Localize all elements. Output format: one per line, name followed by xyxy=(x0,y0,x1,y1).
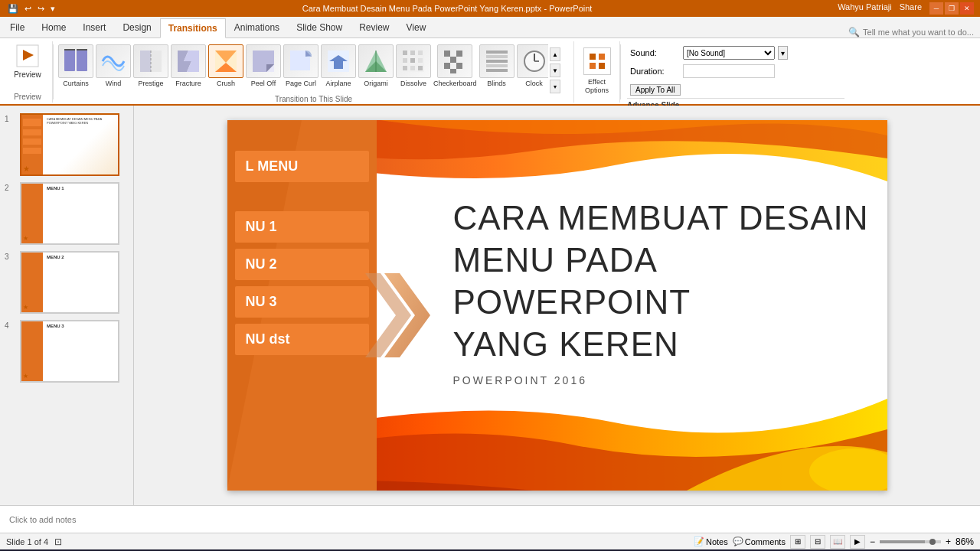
tab-transitions[interactable]: Transitions xyxy=(160,18,226,38)
slide-thumb-2[interactable]: 2 MENU 1 ★ xyxy=(3,181,130,246)
transition-dissolve[interactable]: Dissolve xyxy=(396,44,431,87)
zoom-out-btn[interactable]: − xyxy=(870,536,875,547)
reading-view-btn[interactable]: 📖 xyxy=(830,535,845,549)
notes-input[interactable] xyxy=(9,515,971,524)
tab-file[interactable]: File xyxy=(2,18,33,37)
sound-dropdown-btn[interactable]: ▾ xyxy=(778,46,788,60)
svg-rect-33 xyxy=(444,63,450,69)
slide-img-3[interactable]: MENU 2 ★ xyxy=(20,251,119,314)
tell-me-bar[interactable]: 🔍 Tell me what you want to do... xyxy=(848,27,980,37)
chevron-decoration xyxy=(358,266,442,367)
slide-img-4[interactable]: MENU 3 ★ xyxy=(20,320,119,383)
svg-rect-7 xyxy=(140,51,151,72)
duration-input[interactable] xyxy=(683,64,775,78)
transition-blinds[interactable]: Blinds xyxy=(479,44,514,87)
zoom-in-btn[interactable]: + xyxy=(946,536,951,547)
checkerboard-label: Checkerboard xyxy=(433,80,477,87)
comments-button[interactable]: 💬 Comments xyxy=(733,536,786,546)
transition-airplane[interactable]: Airplane xyxy=(321,44,356,87)
transition-prestige[interactable]: Prestige xyxy=(133,44,168,87)
quick-access-toolbar[interactable]: 💾 ↩ ↪ ▾ xyxy=(6,4,57,14)
tab-view[interactable]: View xyxy=(398,18,435,37)
zoom-handle[interactable] xyxy=(929,539,936,545)
slide-thumb-3[interactable]: 3 MENU 2 ★ xyxy=(3,249,130,315)
transition-checkerboard[interactable]: Checkerboard xyxy=(433,44,477,87)
transition-page-curl[interactable]: Page Curl xyxy=(283,44,318,87)
menu-btn-1[interactable]: NU 1 xyxy=(235,211,369,243)
ribbon-group-preview: Preview Preview xyxy=(3,41,53,103)
apply-all-button[interactable]: Apply To All xyxy=(630,84,681,96)
slideshow-btn[interactable]: ▶ xyxy=(850,535,865,549)
slide-orange-sidebar: L MENU NU 1 NU 2 NU 3 NU dst xyxy=(227,120,377,491)
tell-me-text[interactable]: Tell me what you want to do... xyxy=(863,28,974,37)
minimize-button[interactable]: ─ xyxy=(929,2,943,15)
slide-thumb-1[interactable]: 1 CARA MEMBUAT DESAIN MENU PADA POWERPOI… xyxy=(3,112,130,178)
slide-img-2[interactable]: MENU 1 ★ xyxy=(20,182,119,245)
preview-button[interactable]: Preview xyxy=(8,44,47,81)
dissolve-label: Dissolve xyxy=(400,80,426,87)
svg-rect-39 xyxy=(486,64,508,67)
effect-options-button[interactable] xyxy=(583,47,611,75)
comments-icon: 💬 xyxy=(733,536,743,546)
sound-select[interactable]: [No Sound] xyxy=(683,46,775,60)
svg-rect-37 xyxy=(486,55,508,58)
preview-group-label: Preview xyxy=(8,93,47,103)
transition-curtains[interactable]: Curtains xyxy=(58,44,93,87)
zoom-slider[interactable] xyxy=(880,540,941,543)
tab-insert[interactable]: Insert xyxy=(74,18,114,37)
transition-wind[interactable]: Wind xyxy=(96,44,131,87)
transition-scroll-controls[interactable]: ▲ ▼ ▾ xyxy=(550,47,560,93)
slide-thumb-4[interactable]: 4 MENU 3 ★ xyxy=(3,318,130,384)
scroll-down-arrow[interactable]: ▼ xyxy=(550,64,560,77)
slide-panel: 1 CARA MEMBUAT DESAIN MENU PADA POWERPOI… xyxy=(0,106,134,505)
svg-rect-31 xyxy=(456,51,462,57)
slide-fit-icon[interactable]: ⊡ xyxy=(54,536,62,547)
status-right: 📝 Notes 💬 Comments ⊞ ⊟ 📖 ▶ − + 86% xyxy=(694,535,974,549)
restore-button[interactable]: ❐ xyxy=(945,2,959,15)
tab-home[interactable]: Home xyxy=(33,18,74,37)
menu-btn-3[interactable]: NU 3 xyxy=(235,286,369,318)
undo-icon[interactable]: ↩ xyxy=(23,4,33,14)
preview-icon xyxy=(15,46,40,70)
svg-rect-45 xyxy=(590,54,596,60)
scroll-up-arrow[interactable]: ▲ xyxy=(550,47,560,61)
menu-btn-dst[interactable]: NU dst xyxy=(235,324,369,355)
slide-main-content: CARA MEMBUAT DESAINMENU PADA POWERPOINTY… xyxy=(453,197,872,386)
tab-slideshow[interactable]: Slide Show xyxy=(288,18,351,37)
transition-origami[interactable]: Origami xyxy=(358,44,394,87)
svg-rect-46 xyxy=(599,54,605,60)
redo-icon[interactable]: ↪ xyxy=(36,4,46,14)
window-controls[interactable]: Wahyu Patriaji Share ─ ❐ ✕ xyxy=(838,2,974,15)
slide-sorter-btn[interactable]: ⊟ xyxy=(810,535,825,549)
close-button[interactable]: ✕ xyxy=(960,2,974,15)
menu-btn-2[interactable]: NU 2 xyxy=(235,249,369,280)
fracture-label: Fracture xyxy=(175,80,201,87)
share-button[interactable]: Share xyxy=(900,2,922,15)
menu-btn-main[interactable]: L MENU xyxy=(235,151,369,182)
slide-star-1: ★ xyxy=(23,165,30,173)
tab-review[interactable]: Review xyxy=(351,18,397,37)
transition-peel-off[interactable]: Peel Off xyxy=(246,44,281,87)
svg-rect-22 xyxy=(410,51,415,55)
zoom-level[interactable]: 86% xyxy=(956,536,974,547)
airplane-label: Airplane xyxy=(325,80,351,87)
title-bar: 💾 ↩ ↪ ▾ Cara Membuat Desain Menu Pada Po… xyxy=(0,0,980,17)
svg-rect-21 xyxy=(403,51,407,55)
normal-view-btn[interactable]: ⊞ xyxy=(790,535,805,549)
effect-options-group-label xyxy=(579,101,615,103)
tab-animations[interactable]: Animations xyxy=(226,18,288,37)
transition-crush[interactable]: Crush xyxy=(208,44,243,87)
notes-button[interactable]: 📝 Notes xyxy=(694,536,728,546)
customize-icon[interactable]: ▾ xyxy=(49,4,57,14)
transition-fracture[interactable]: Fracture xyxy=(171,44,206,87)
slide-info: Slide 1 of 4 xyxy=(6,537,48,546)
tab-design[interactable]: Design xyxy=(114,18,159,37)
transition-clock[interactable]: Clock xyxy=(517,44,548,87)
slide-canvas[interactable]: L MENU NU 1 NU 2 NU 3 NU dst xyxy=(227,120,887,491)
ribbon-group-transitions: Curtains Wind Prestige xyxy=(54,41,574,103)
slide-num-3: 3 xyxy=(5,251,15,261)
svg-rect-40 xyxy=(486,69,508,72)
save-icon[interactable]: 💾 xyxy=(6,4,20,14)
slide-img-1[interactable]: CARA MEMBUAT DESAIN MENU PADA POWERPOINT… xyxy=(20,113,119,176)
scroll-more-arrow[interactable]: ▾ xyxy=(550,80,560,93)
